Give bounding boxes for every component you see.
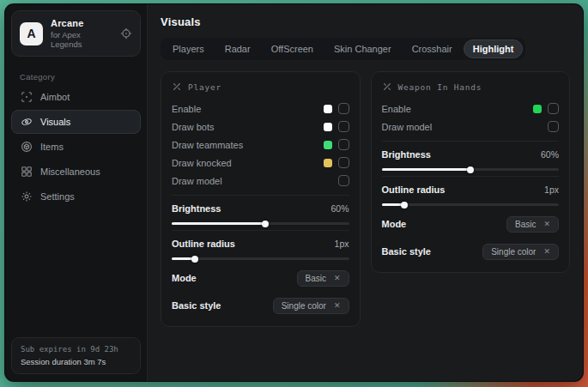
target-icon[interactable] xyxy=(120,27,132,39)
tab-highlight[interactable]: Highlight xyxy=(464,39,524,58)
tag-value: Single color xyxy=(491,247,536,257)
category-label: Category xyxy=(20,72,141,82)
slider-label: Outline radius xyxy=(172,239,235,249)
sidebar-item-label: Visuals xyxy=(40,117,70,127)
sidebar-item-visuals[interactable]: Visuals xyxy=(11,110,141,134)
slider-thumb[interactable] xyxy=(401,202,408,209)
toggle-row-draw-knocked: Draw knocked xyxy=(172,154,349,172)
crosshair-icon xyxy=(21,91,33,103)
app-window: A Arcane for Apex Legends Category xyxy=(5,4,583,381)
tag-row-label: Basic style xyxy=(382,246,431,257)
slider-block-outline-radius: Outline radius 1px xyxy=(382,183,560,206)
color-swatch[interactable] xyxy=(324,123,332,131)
color-swatch[interactable] xyxy=(324,105,332,113)
toggle-row-draw-model: Draw model xyxy=(382,118,560,136)
toggle-row-draw-bots: Draw bots xyxy=(172,118,349,136)
close-icon[interactable]: ✕ xyxy=(334,302,341,310)
slider-value: 60% xyxy=(330,203,349,214)
basic-style-tag[interactable]: Single color ✕ xyxy=(273,298,349,314)
grid-icon xyxy=(21,166,33,178)
slider-block-brightness: Brightness 60% xyxy=(172,202,349,225)
sidebar-nav: Aimbot Visuals Items xyxy=(11,85,141,209)
tag-value: Single color xyxy=(282,301,326,311)
color-swatch[interactable] xyxy=(324,141,332,149)
close-icon[interactable]: ✕ xyxy=(543,221,550,228)
slider-block-brightness: Brightness 60% xyxy=(382,148,560,171)
close-icon[interactable]: ✕ xyxy=(543,248,550,256)
mode-tag[interactable]: Basic ✕ xyxy=(506,216,559,233)
toggle-label: Draw teammates xyxy=(172,140,243,150)
divider xyxy=(382,176,560,177)
tab-players[interactable]: Players xyxy=(163,39,214,58)
slider-value: 1px xyxy=(544,184,559,195)
panel-player: Player Enable Draw bots xyxy=(161,71,361,327)
sidebar-item-aimbot[interactable]: Aimbot xyxy=(11,85,141,109)
slider-thumb[interactable] xyxy=(191,256,198,263)
slider-thumb[interactable] xyxy=(262,221,269,227)
tag-row-basic-style: Basic style Single color ✕ xyxy=(172,296,349,315)
box-icon xyxy=(21,141,33,153)
gear-icon xyxy=(21,190,33,203)
slider-block-outline-radius: Outline radius 1px xyxy=(172,237,349,260)
color-swatch[interactable] xyxy=(533,105,542,113)
sidebar-item-label: Settings xyxy=(40,191,75,202)
app-title: Arcane xyxy=(51,18,112,28)
tag-value: Basic xyxy=(306,274,326,283)
close-icon[interactable]: ✕ xyxy=(334,275,341,282)
color-swatch[interactable] xyxy=(324,159,332,167)
tag-row-label: Mode xyxy=(382,219,407,229)
tag-row-label: Mode xyxy=(172,273,197,283)
toggle-row-enable: Enable xyxy=(172,100,349,118)
toggle-row-draw-model: Draw model xyxy=(172,172,349,190)
sidebar-item-label: Items xyxy=(40,142,64,152)
outline-radius-slider[interactable] xyxy=(382,203,560,206)
crossed-swords-icon xyxy=(382,82,392,92)
app-header-card: A Arcane for Apex Legends xyxy=(11,10,141,57)
app-subtitle: for Apex Legends xyxy=(51,30,112,49)
slider-label: Brightness xyxy=(382,149,431,160)
tab-skin-changer[interactable]: Skin Changer xyxy=(324,39,401,58)
sub-expiry-text: Sub expires in 9d 23h xyxy=(21,345,131,354)
tag-row-basic-style: Basic style Single color ✕ xyxy=(382,242,560,261)
checkbox[interactable] xyxy=(548,121,559,132)
slider-thumb[interactable] xyxy=(467,166,474,173)
checkbox[interactable] xyxy=(338,175,349,186)
session-card: Sub expires in 9d 23h Session duration 3… xyxy=(11,337,141,374)
sidebar-item-settings[interactable]: Settings xyxy=(11,184,141,209)
checkbox[interactable] xyxy=(338,157,349,168)
checkbox[interactable] xyxy=(338,139,349,150)
tab-crosshair[interactable]: Crosshair xyxy=(403,39,462,58)
tab-radar[interactable]: Radar xyxy=(215,39,260,58)
checkbox[interactable] xyxy=(548,103,559,114)
checkbox[interactable] xyxy=(338,121,349,132)
sidebar-item-items[interactable]: Items xyxy=(11,135,141,159)
toggle-label: Draw model xyxy=(172,176,222,186)
toggle-label: Enable xyxy=(382,104,411,114)
panel-weapon-in-hands: Weapon In Hands Enable Draw model xyxy=(371,71,571,273)
outline-radius-slider[interactable] xyxy=(172,257,349,260)
slider-value: 60% xyxy=(541,149,559,160)
checkbox[interactable] xyxy=(338,103,349,114)
sidebar: A Arcane for Apex Legends Category xyxy=(5,4,148,381)
tab-offscreen[interactable]: OffScreen xyxy=(262,39,323,58)
sidebar-item-label: Miscellaneous xyxy=(40,166,100,177)
session-duration-text: Session duration 3m 7s xyxy=(21,357,131,366)
tag-row-mode: Mode Basic ✕ xyxy=(172,269,349,287)
brightness-slider[interactable] xyxy=(172,222,349,225)
basic-style-tag[interactable]: Single color ✕ xyxy=(482,244,559,260)
crossed-swords-icon xyxy=(172,82,182,92)
mode-tag[interactable]: Basic ✕ xyxy=(297,270,349,287)
brightness-slider[interactable] xyxy=(382,168,560,171)
page-title: Visuals xyxy=(161,15,570,28)
toggle-label: Draw knocked xyxy=(172,158,232,168)
sidebar-item-miscellaneous[interactable]: Miscellaneous xyxy=(11,160,141,184)
tag-row-label: Basic style xyxy=(172,300,221,311)
panels-container: Player Enable Draw bots xyxy=(161,71,570,327)
toggle-label: Enable xyxy=(172,104,201,114)
tab-bar: Players Radar OffScreen Skin Changer Cro… xyxy=(161,38,525,60)
panel-title: Weapon In Hands xyxy=(398,82,482,92)
panel-weapon-header: Weapon In Hands xyxy=(382,82,560,92)
divider xyxy=(172,195,349,196)
divider xyxy=(382,141,560,142)
panel-title: Player xyxy=(188,82,221,92)
